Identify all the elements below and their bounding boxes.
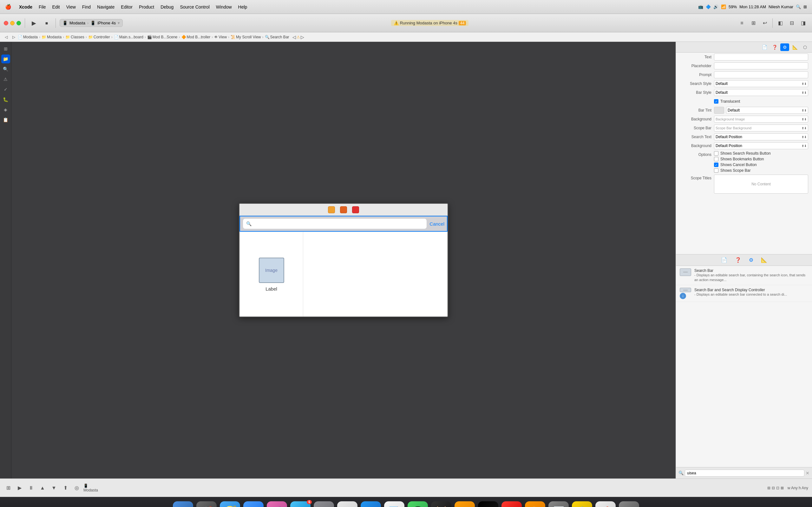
translucent-checkbox[interactable]: ✓ [714, 99, 718, 104]
tab-attributes[interactable]: ⚙ [780, 43, 789, 51]
dock-safari[interactable]: 🧭 [220, 501, 240, 507]
search-bar[interactable]: 🔍 Cancel [240, 216, 448, 232]
maximize-button[interactable] [16, 21, 21, 25]
menu-help[interactable]: Help [238, 4, 247, 9]
background-select[interactable]: Background Image ⬆⬇ [714, 116, 808, 123]
prompt-input[interactable] [714, 71, 808, 78]
breadcrumb-item-7[interactable]: 👁 View [214, 35, 227, 39]
size-layout-icons3[interactable]: ⊡ [776, 486, 779, 490]
text-input[interactable] [714, 54, 808, 60]
breadcrumb-item-6[interactable]: 🔶 Mod B...troller [182, 35, 211, 39]
utilities-toggle[interactable]: ◨ [798, 18, 808, 28]
dock-calendar[interactable]: 29 [502, 501, 522, 507]
option-cancel-checkbox[interactable]: ✓ [714, 163, 718, 167]
menu-navigate[interactable]: Navigate [97, 4, 114, 9]
menu-debug[interactable]: Debug [160, 4, 173, 9]
dock-calculator[interactable]: 🧮 [431, 501, 451, 507]
background2-select[interactable]: Default Position ⬆⬇ [714, 142, 808, 149]
size-layout-icons2[interactable]: ⊟ [772, 486, 775, 490]
control-center-icon[interactable]: ⊞ [803, 4, 807, 9]
breadcrumb-nav-forward[interactable]: ▷ [301, 35, 304, 40]
dock-itunes[interactable]: 🎵 [267, 501, 287, 507]
minimize-button[interactable] [10, 21, 14, 25]
bar-tint-swatch[interactable] [714, 107, 724, 114]
menu-xcode[interactable]: Xcode [19, 4, 32, 9]
insp-tab-size[interactable]: 📐 [761, 257, 767, 263]
stop-button[interactable]: ■ [42, 18, 52, 28]
build-warning[interactable]: ⚠️ Running Modasta on iPhone 4s 44 [391, 20, 469, 26]
breadcrumb-forward[interactable]: ▷ [10, 34, 17, 41]
breadcrumb-item-2[interactable]: 📁 Classes [65, 35, 84, 39]
menu-find[interactable]: Find [82, 4, 91, 9]
dock-notes[interactable]: 📋 [572, 501, 592, 507]
menu-file[interactable]: File [39, 4, 46, 9]
library-search-input[interactable] [685, 469, 804, 476]
spotlight-icon[interactable]: 🔍 [796, 4, 801, 9]
library-search-clear[interactable]: ✕ [806, 470, 809, 475]
menu-view[interactable]: View [66, 4, 76, 9]
option-scope-checkbox[interactable] [714, 168, 718, 173]
menu-window[interactable]: Window [216, 4, 232, 9]
volume-icon[interactable]: 🔊 [713, 4, 718, 9]
breadcrumb-item-3[interactable]: 📁 Controller [88, 35, 110, 39]
list-item-searchbar-display[interactable]: ── i Search Bar and Search Display Contr… [676, 285, 812, 302]
breadcrumb-item-4[interactable]: 📄 Main.s...board [114, 35, 143, 39]
share-icon[interactable]: ⬆ [61, 484, 70, 493]
menu-product[interactable]: Product [139, 4, 154, 9]
breadcrumb-nav-back[interactable]: ◁ [293, 35, 296, 40]
breadcrumb-item-9[interactable]: 🔍 Search Bar [265, 35, 289, 39]
tab-help[interactable]: ❓ [770, 43, 779, 51]
location-icon[interactable]: ◎ [72, 484, 81, 493]
bluetooth-icon[interactable]: 🔷 [706, 4, 711, 9]
scope-bar-select[interactable]: Scope Bar Background ⬆⬇ [714, 124, 808, 131]
dock-messages[interactable]: 💬 [408, 501, 428, 507]
breadcrumb-item-1[interactable]: 📁 Modasta [42, 35, 61, 39]
panel-toggle-icon[interactable]: ⊞ [4, 484, 13, 493]
insp-tab-quick-help[interactable]: ❓ [735, 257, 741, 263]
dock-mail[interactable]: ✉ [243, 501, 264, 507]
tab-file[interactable]: 📄 [760, 43, 769, 51]
option-bookmarks-checkbox[interactable] [714, 157, 718, 161]
nav-breakpoints-icon[interactable]: ◈ [1, 105, 10, 114]
breadcrumb-item-0[interactable]: 📄 Modasta [18, 35, 38, 39]
menu-edit[interactable]: Edit [52, 4, 60, 9]
scheme-selector[interactable]: 📱 Modasta › 📱 iPhone 4s ▾ [60, 19, 123, 27]
option-results-checkbox[interactable] [714, 151, 718, 156]
nav-debug-icon[interactable]: 🐛 [1, 95, 10, 104]
list-item-searchbar[interactable]: ── Search Bar - Displays an editable sea… [676, 266, 812, 285]
show-code-btn[interactable]: ≡ [737, 18, 747, 28]
dock-xcode[interactable]: X [361, 501, 381, 507]
pause-icon[interactable]: ⏸ [27, 484, 36, 493]
sim-dot-red[interactable] [352, 206, 359, 213]
sim-dot-yellow[interactable] [328, 206, 335, 213]
dock-terminal[interactable]: >_ [478, 501, 498, 507]
dock-trash[interactable]: 🗑 [619, 501, 639, 507]
cancel-button-sim[interactable]: Cancel [429, 221, 444, 227]
dock-appstore[interactable]: A 6 [290, 501, 310, 507]
dock-textedit[interactable]: 📝 [384, 501, 404, 507]
dock-prefs[interactable]: ⚙ [314, 501, 334, 507]
nav-report-icon[interactable]: 📋 [1, 115, 10, 124]
close-button[interactable] [4, 21, 8, 25]
dock-colorpicker[interactable]: 🎨 [525, 501, 545, 507]
step-up-icon[interactable]: ▲ [38, 484, 47, 493]
play-icon[interactable]: ▶ [15, 484, 24, 493]
breadcrumb-back[interactable]: ◁ [3, 34, 9, 41]
dock-stickies[interactable]: 📌 [595, 501, 616, 507]
menu-source-control[interactable]: Source Control [180, 4, 209, 9]
insp-tab-attributes[interactable]: ⚙ [749, 257, 753, 263]
search-field[interactable]: 🔍 [243, 218, 427, 229]
wifi-icon[interactable]: 📶 [721, 4, 726, 9]
breadcrumb-item-5[interactable]: 🎬 Mod B...Scene [147, 35, 177, 39]
nav-search-icon[interactable]: 🔍 [1, 65, 10, 73]
nav-test-icon[interactable]: ✓ [1, 85, 10, 94]
bar-style-select[interactable]: Default ⬆⬇ [714, 89, 808, 96]
sim-dot-orange[interactable] [340, 206, 347, 213]
step-down-icon[interactable]: ▼ [49, 484, 58, 493]
nav-issues-icon[interactable]: ⚠ [1, 75, 10, 83]
breadcrumb-item-8[interactable]: 📜 My Scroll View [231, 35, 261, 39]
screen-mirror-icon[interactable]: 📺 [698, 4, 703, 9]
search-style-select[interactable]: Default ⬆⬇ [714, 80, 808, 87]
dock-instruments[interactable]: 📊 [548, 501, 569, 507]
nav-grid-icon[interactable]: ⊞ [1, 44, 10, 53]
